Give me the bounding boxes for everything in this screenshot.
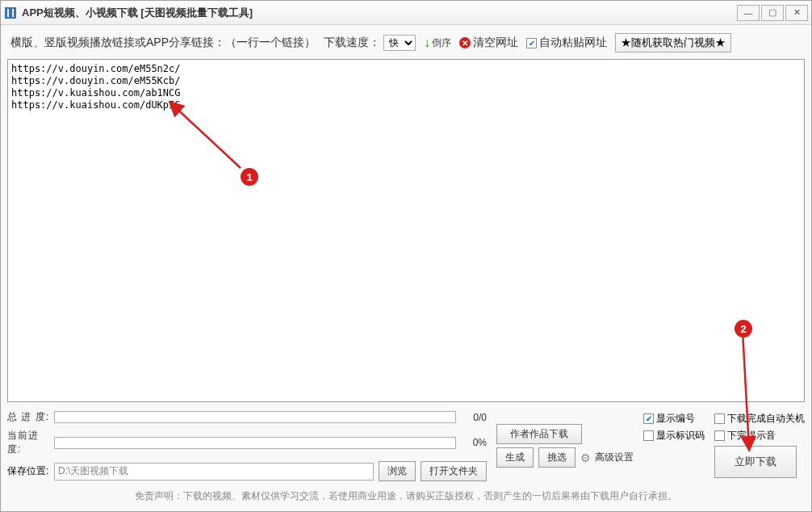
browse-button[interactable]: 浏览 [379,461,416,481]
total-progress-label: 总 进 度: [7,410,49,424]
right-column: 下载完成自动关机 下完提示音 立即下载 [714,410,805,481]
current-progress-value: 0% [461,437,487,448]
total-progress-bar [54,411,456,423]
open-folder-button[interactable]: 打开文件夹 [421,461,487,481]
lower-left: 总 进 度: 0/0 当前进度: 0% 保存位置: 浏览 打开文件夹 [7,410,487,481]
clear-urls-button[interactable]: ✕ 清空网址 [459,36,518,50]
lower-mid: 作者作品下载 生成 挑选 ⚙ 高级设置 [496,410,634,481]
show-marker-checkbox[interactable]: 显示标识码 [643,429,705,443]
random-hot-button[interactable]: ★随机获取热门视频★ [615,33,731,52]
advanced-settings-button[interactable]: ⚙ 高级设置 [580,451,634,464]
download-now-button[interactable]: 立即下载 [714,446,797,478]
pick-button[interactable]: 挑选 [538,447,576,468]
auto-paste-checkbox[interactable]: ✔ 自动粘贴网址 [526,36,607,50]
generate-button[interactable]: 生成 [496,447,534,468]
svg-rect-0 [5,7,16,19]
save-label: 保存位置: [7,464,49,478]
speed-group: 下载速度： 快 [324,35,416,51]
minimize-button[interactable]: — [737,5,760,21]
disclaimer-text: 免责声明：下载的视频、素材仅供学习交流，若使用商业用途，请购买正版授权，否则产生… [7,486,805,505]
speed-select[interactable]: 快 [383,35,416,51]
current-progress-bar [54,437,456,449]
auto-shutdown-checkbox[interactable]: 下载完成自动关机 [714,412,805,426]
gear-icon: ⚙ [580,451,591,464]
close-button[interactable]: ✕ [785,5,808,21]
titlebar: APP短视频、小视频下载 [天图视频批量下载工具] — ▢ ✕ [1,1,811,25]
app-window: APP短视频、小视频下载 [天图视频批量下载工具] — ▢ ✕ 横版、竖版视频播… [0,0,812,512]
current-progress-row: 当前进度: 0% [7,429,487,456]
autopaste-label: 自动粘贴网址 [539,36,607,50]
url-prompt-label: 横版、竖版视频播放链接或APP分享链接：（一行一个链接） [10,36,316,50]
svg-rect-2 [12,9,14,17]
window-controls: — ▢ ✕ [737,5,808,21]
checkbox-unchecked-icon [643,430,654,441]
checkbox-unchecked-icon [714,413,725,424]
checkbox-checked-icon: ✔ [526,38,537,48]
adv-settings-label: 高级设置 [595,451,634,464]
content-area: 横版、竖版视频播放链接或APP分享链接：（一行一个链接） 下载速度： 快 ↓ 倒… [1,25,811,511]
svg-rect-1 [7,9,9,17]
current-progress-label: 当前进度: [7,429,49,456]
bottom-area: 总 进 度: 0/0 当前进度: 0% 保存位置: 浏览 打开文件夹 [7,407,805,505]
gen-pick-row: 生成 挑选 ⚙ 高级设置 [496,447,634,468]
options-column: ✔ 显示编号 显示标识码 [643,410,705,481]
x-circle-icon: ✕ [459,37,471,48]
show-number-checkbox[interactable]: ✔ 显示编号 [643,412,695,426]
speed-label: 下载速度： [324,36,380,50]
reverse-sort-button[interactable]: ↓ 倒序 [424,36,451,50]
finish-sound-checkbox[interactable]: 下完提示音 [714,429,776,443]
sort-label: 倒序 [432,39,451,47]
clear-label: 清空网址 [473,36,518,50]
lower-grid: 总 进 度: 0/0 当前进度: 0% 保存位置: 浏览 打开文件夹 [7,410,805,481]
down-arrow-icon: ↓ [424,36,430,50]
show-marker-label: 显示标识码 [656,429,705,443]
total-progress-row: 总 进 度: 0/0 [7,410,487,424]
finish-sound-label: 下完提示音 [727,429,776,443]
maximize-button[interactable]: ▢ [761,5,784,21]
show-number-label: 显示编号 [656,412,695,426]
app-icon [4,6,17,19]
author-works-download-button[interactable]: 作者作品下载 [496,424,582,444]
total-progress-value: 0/0 [461,412,487,423]
auto-shutdown-label: 下载完成自动关机 [727,412,805,426]
checkbox-unchecked-icon [714,430,725,441]
save-location-row: 保存位置: 浏览 打开文件夹 [7,461,487,481]
save-path-input[interactable] [54,463,374,481]
url-textarea[interactable] [7,59,805,402]
window-title: APP短视频、小视频下载 [天图视频批量下载工具] [22,6,737,20]
checkbox-checked-icon: ✔ [643,413,654,424]
toolbar: 横版、竖版视频播放链接或APP分享链接：（一行一个链接） 下载速度： 快 ↓ 倒… [7,31,805,54]
